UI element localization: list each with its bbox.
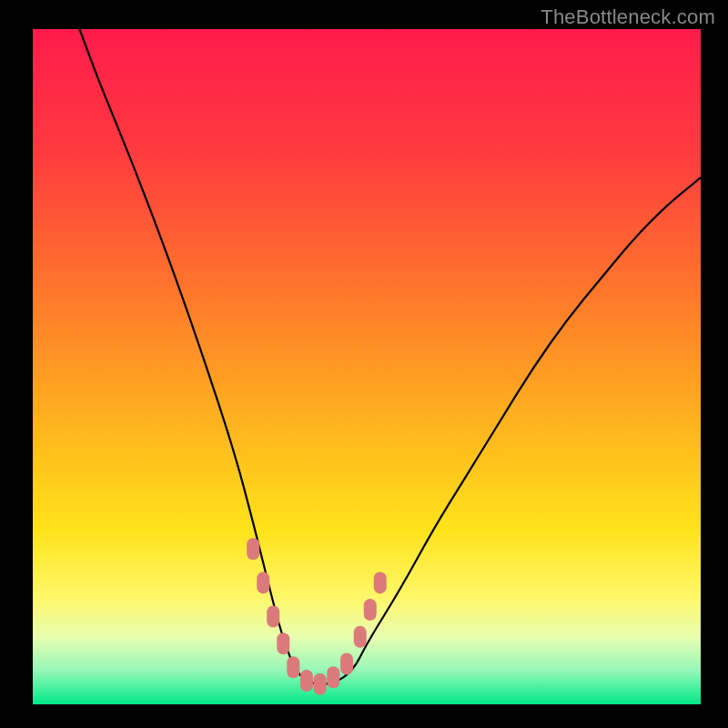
watermark-text: TheBottleneck.com bbox=[541, 5, 715, 29]
sample-marker bbox=[247, 538, 259, 560]
sample-marker bbox=[314, 673, 327, 695]
sample-marker bbox=[327, 666, 339, 688]
sample-marker bbox=[300, 670, 313, 692]
sample-marker bbox=[354, 626, 367, 648]
bottleneck-chart bbox=[0, 0, 728, 728]
chart-container: TheBottleneck.com bbox=[0, 0, 728, 728]
sample-marker bbox=[267, 606, 279, 628]
sample-marker bbox=[287, 656, 299, 678]
sample-marker bbox=[340, 653, 353, 675]
sample-marker bbox=[364, 599, 377, 621]
sample-marker bbox=[374, 571, 387, 593]
sample-marker bbox=[257, 571, 269, 593]
sample-marker bbox=[277, 632, 289, 654]
